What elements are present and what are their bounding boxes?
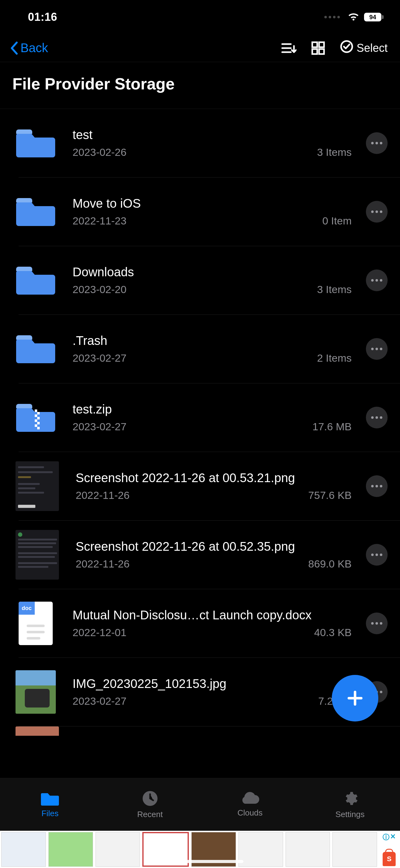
grid-view-button[interactable]: [311, 41, 325, 55]
item-meta: 869.0 KB: [308, 558, 358, 570]
svg-rect-18: [37, 412, 40, 414]
more-button[interactable]: [366, 201, 388, 223]
tab-recent[interactable]: Recent: [100, 778, 200, 831]
svg-rect-2: [312, 49, 317, 54]
svg-rect-24: [37, 427, 40, 429]
item-date: 2023-02-26: [72, 146, 127, 158]
list-item[interactable]: test 2023-02-26 3 Items: [0, 109, 400, 177]
list-item[interactable]: Downloads 2023-02-20 3 Items: [0, 246, 400, 314]
select-button[interactable]: Select: [340, 40, 388, 56]
item-date: 2022-12-01: [72, 626, 127, 639]
item-date: 2022-11-26: [76, 558, 130, 570]
ad-thumbnail: [332, 832, 377, 867]
status-bar: 01:16 94: [0, 0, 400, 34]
list-item[interactable]: Screenshot 2022-11-26 at 00.52.35.png 20…: [0, 521, 400, 589]
file-list[interactable]: test 2023-02-26 3 Items Move to iOS 2022…: [0, 108, 400, 736]
svg-rect-17: [35, 409, 37, 412]
list-item[interactable]: test.zip 2023-02-27 17.6 MB: [0, 383, 400, 452]
svg-point-6: [375, 142, 378, 144]
more-button[interactable]: [366, 270, 388, 291]
photo-thumbnail: [15, 672, 56, 712]
svg-rect-3: [319, 49, 324, 54]
sort-button[interactable]: [281, 41, 296, 55]
svg-rect-21: [35, 420, 37, 422]
item-name: Screenshot 2022-11-26 at 00.52.35.png: [76, 539, 358, 554]
back-button[interactable]: Back: [9, 41, 48, 55]
more-button[interactable]: [366, 475, 388, 497]
item-meta: 2 Items: [317, 352, 358, 364]
top-nav: Back Select: [0, 34, 400, 62]
folder-icon: [15, 191, 56, 232]
item-date: 2022-11-23: [72, 215, 127, 227]
tab-clouds-label: Clouds: [237, 808, 263, 818]
bottom-tabbar: Files Recent Clouds Settings: [0, 778, 400, 831]
ad-info-close[interactable]: ⓘ✕: [382, 833, 396, 842]
svg-point-29: [375, 485, 378, 487]
svg-point-35: [375, 622, 378, 625]
wifi-icon: [347, 12, 360, 22]
status-indicators: 94: [324, 12, 381, 22]
folder-icon: [15, 329, 56, 369]
item-name: test: [72, 128, 358, 142]
svg-point-13: [380, 279, 382, 282]
svg-point-36: [380, 622, 382, 625]
list-item[interactable]: Move to iOS 2022-11-23 0 Item: [0, 178, 400, 246]
shopee-icon[interactable]: [382, 852, 396, 866]
item-name: Downloads: [72, 265, 358, 279]
tab-files[interactable]: Files: [0, 778, 100, 831]
list-item[interactable]: .Trash 2023-02-27 2 Items: [0, 315, 400, 383]
svg-point-33: [380, 554, 382, 556]
svg-rect-1: [319, 42, 324, 47]
tab-clouds[interactable]: Clouds: [200, 778, 300, 831]
list-item[interactable]: doc Mutual Non-Disclosu…ct Launch copy.d…: [0, 589, 400, 657]
tab-settings-label: Settings: [335, 810, 365, 819]
select-label: Select: [357, 41, 388, 55]
svg-point-10: [380, 211, 382, 213]
ad-thumbnail: [238, 832, 283, 867]
doc-badge: doc: [19, 602, 35, 615]
home-indicator[interactable]: [157, 860, 243, 863]
item-name: IMG_20230225_102153.jpg: [72, 677, 358, 691]
item-meta: 40.3 KB: [314, 626, 358, 639]
check-circle-icon: [340, 40, 354, 56]
folder-icon: [15, 123, 56, 163]
item-name: .Trash: [72, 334, 358, 348]
item-meta: 17.6 MB: [312, 421, 358, 433]
tab-files-label: Files: [41, 809, 59, 818]
more-button[interactable]: [366, 338, 388, 360]
item-meta: 757.6 KB: [308, 489, 358, 501]
page-header: File Provider Storage: [0, 62, 400, 108]
add-button[interactable]: [332, 675, 378, 721]
svg-point-39: [380, 691, 382, 693]
svg-rect-0: [312, 42, 317, 47]
svg-point-8: [371, 211, 374, 213]
svg-point-31: [371, 554, 374, 556]
svg-point-30: [380, 485, 382, 487]
item-date: 2022-11-26: [76, 489, 130, 501]
ad-thumbnail: [48, 832, 93, 867]
list-item[interactable]: Screenshot 2022-11-26 at 00.53.21.png 20…: [0, 452, 400, 520]
more-button[interactable]: [366, 407, 388, 428]
battery-percent: 94: [369, 14, 376, 21]
chevron-left-icon: [9, 41, 18, 55]
battery-indicator: 94: [364, 13, 381, 22]
svg-rect-22: [37, 422, 40, 424]
image-thumbnail: [15, 461, 59, 511]
more-button[interactable]: [366, 132, 388, 154]
item-meta: 3 Items: [317, 283, 358, 296]
tab-settings[interactable]: Settings: [300, 778, 400, 831]
svg-point-32: [375, 554, 378, 556]
list-item-partial[interactable]: [15, 726, 400, 736]
back-label: Back: [21, 41, 48, 55]
svg-point-14: [371, 348, 374, 350]
page-title: File Provider Storage: [12, 74, 388, 93]
svg-rect-23: [35, 424, 37, 427]
more-button[interactable]: [366, 544, 388, 566]
more-button[interactable]: [366, 613, 388, 634]
ad-thumbnail: [1, 832, 46, 867]
item-name: Screenshot 2022-11-26 at 00.53.21.png: [76, 471, 358, 485]
status-time: 01:16: [28, 10, 57, 24]
svg-point-25: [371, 416, 374, 419]
svg-point-12: [375, 279, 378, 282]
zip-icon: [15, 397, 56, 438]
